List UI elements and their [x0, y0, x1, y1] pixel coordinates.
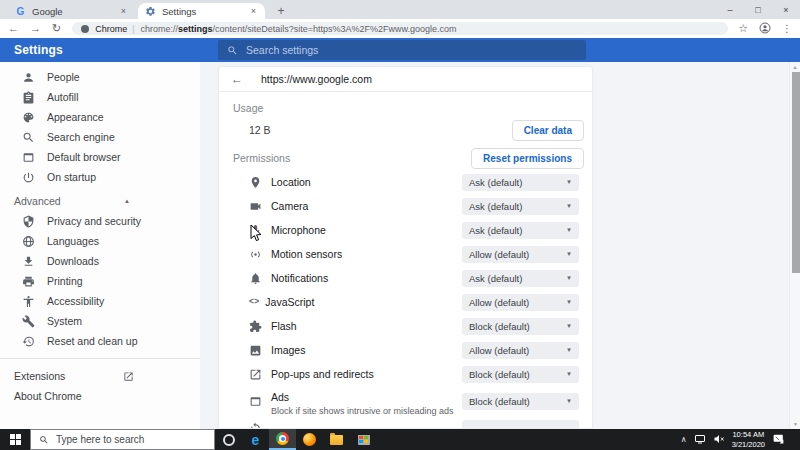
autofill-icon [22, 91, 35, 104]
search-icon [227, 45, 238, 56]
sidebar-item-downloads[interactable]: Downloads [0, 251, 200, 271]
sidebar-label: Appearance [47, 111, 104, 123]
tab-close-icon[interactable]: × [249, 6, 258, 16]
chevron-down-icon: ▼ [566, 371, 572, 377]
accessibility-icon [22, 295, 35, 308]
action-center-icon[interactable] [772, 431, 785, 449]
extensions-label: Extensions [14, 370, 65, 382]
sidebar-item-extensions[interactable]: Extensions [0, 366, 200, 386]
sidebar-label: Search engine [47, 131, 115, 143]
cortana-button[interactable] [215, 429, 242, 450]
permission-row-location: Location Ask (default) ▼ [219, 170, 592, 194]
cortana-icon [223, 434, 235, 446]
power-icon [22, 171, 35, 184]
chrome-button[interactable] [269, 429, 296, 450]
sidebar-item-system[interactable]: System [0, 311, 200, 331]
volume-muted-icon[interactable] [713, 431, 725, 449]
search-icon [39, 435, 49, 445]
firefox-icon [303, 433, 316, 446]
sidebar-item-printing[interactable]: Printing [0, 271, 200, 291]
sidebar-item-search-engine[interactable]: Search engine [0, 127, 200, 147]
settings-search-input[interactable]: Search settings [218, 40, 586, 60]
microphone-icon [249, 224, 262, 237]
bell-icon [249, 272, 262, 285]
window-controls: – □ × [716, 0, 800, 19]
tab-settings[interactable]: Settings × [138, 3, 265, 19]
overflow-menu-icon[interactable]: ⋮ [782, 23, 792, 34]
sidebar-item-default-browser[interactable]: Default browser [0, 147, 200, 167]
start-button[interactable] [0, 429, 30, 450]
sidebar-label: Default browser [47, 151, 121, 163]
taskbar-clock[interactable]: 10:54 AM 3/21/2020 [732, 430, 765, 449]
image-icon [249, 344, 262, 357]
scroll-down-icon[interactable]: ▼ [790, 419, 800, 429]
bookmark-star-icon[interactable]: ☆ [738, 22, 748, 35]
javascript-permission-select[interactable]: Allow (default) ▼ [462, 294, 579, 311]
profile-avatar-icon[interactable] [759, 20, 771, 38]
partial-permission-select[interactable] [462, 420, 579, 430]
camera-permission-select[interactable]: Ask (default) ▼ [462, 198, 579, 215]
tray-expand-icon[interactable]: ∧ [681, 435, 687, 444]
sidebar-item-reset[interactable]: Reset and clean up [0, 331, 200, 351]
minimize-button[interactable]: – [716, 0, 744, 19]
reset-permissions-button[interactable]: Reset permissions [471, 148, 584, 169]
scrollbar[interactable]: ▲ ▼ [789, 62, 800, 429]
settings-gear-favicon [145, 6, 156, 17]
wrench-icon [22, 315, 35, 328]
permissions-section-label: Permissions [233, 153, 290, 164]
address-bar[interactable]: Chrome | chrome://settings/content/siteD… [72, 22, 728, 35]
windows-taskbar: Type here to search e ∧ 10:54 AM 3/21/20… [0, 429, 800, 450]
chevron-down-icon: ▼ [566, 398, 572, 404]
back-nav-icon[interactable]: ← [8, 19, 19, 38]
firefox-button[interactable] [296, 429, 323, 450]
permission-row-partial [219, 416, 592, 429]
notifications-permission-select[interactable]: Ask (default) ▼ [462, 270, 579, 287]
location-permission-select[interactable]: Ask (default) ▼ [462, 174, 579, 191]
download-icon [22, 255, 35, 268]
ads-permission-select[interactable]: Block (default) ▼ [462, 393, 579, 410]
sidebar-item-privacy[interactable]: Privacy and security [0, 211, 200, 231]
clear-data-button[interactable]: Clear data [512, 120, 584, 141]
sidebar-item-about-chrome[interactable]: About Chrome [0, 386, 200, 406]
edge-button[interactable]: e [242, 429, 269, 450]
popups-permission-select[interactable]: Block (default) ▼ [462, 366, 579, 383]
network-icon[interactable] [694, 431, 706, 449]
settings-content: ← https://www.google.com Usage 12 B Clea… [200, 62, 789, 429]
printer-icon [22, 275, 35, 288]
sidebar-item-on-startup[interactable]: On startup [0, 167, 200, 187]
chevron-down-icon: ▼ [566, 323, 572, 329]
sidebar-item-people[interactable]: People [0, 67, 200, 87]
globe-icon [22, 235, 35, 248]
tab-close-icon[interactable]: × [119, 6, 128, 16]
flash-permission-select[interactable]: Block (default) ▼ [462, 318, 579, 335]
permission-row-images: Images Allow (default) ▼ [219, 338, 592, 362]
chevron-up-icon: ▲ [124, 198, 130, 204]
file-explorer-button[interactable] [323, 429, 350, 450]
reload-icon[interactable]: ↻ [52, 19, 61, 38]
maximize-button[interactable]: □ [744, 0, 772, 19]
store-button[interactable] [350, 429, 377, 450]
close-button[interactable]: × [772, 0, 800, 19]
forward-nav-icon[interactable]: → [30, 19, 41, 38]
microphone-permission-select[interactable]: Ask (default) ▼ [462, 222, 579, 239]
permission-label: Microphone [271, 224, 326, 236]
motion-sensors-permission-select[interactable]: Allow (default) ▼ [462, 246, 579, 263]
sidebar-item-autofill[interactable]: Autofill [0, 87, 200, 107]
scrollbar-thumb[interactable] [792, 72, 800, 273]
page-info-icon[interactable] [81, 25, 89, 33]
sidebar-item-languages[interactable]: Languages [0, 231, 200, 251]
new-tab-button[interactable]: + [273, 3, 289, 19]
taskbar-search-input[interactable]: Type here to search [30, 429, 215, 450]
camera-icon [249, 200, 262, 213]
code-brackets-icon: < > [249, 296, 258, 309]
permission-label: Ads [271, 391, 289, 403]
sidebar-item-accessibility[interactable]: Accessibility [0, 291, 200, 311]
browser-window-icon [22, 151, 35, 164]
scroll-up-icon[interactable]: ▲ [790, 62, 800, 72]
back-arrow-icon[interactable]: ← [231, 72, 245, 86]
images-permission-select[interactable]: Allow (default) ▼ [462, 342, 579, 359]
sidebar-item-appearance[interactable]: Appearance [0, 107, 200, 127]
tab-google[interactable]: G Google × [8, 3, 135, 19]
permissions-header: Permissions Reset permissions [219, 146, 592, 170]
sidebar-advanced-toggle[interactable]: Advanced ▲ [0, 191, 200, 211]
